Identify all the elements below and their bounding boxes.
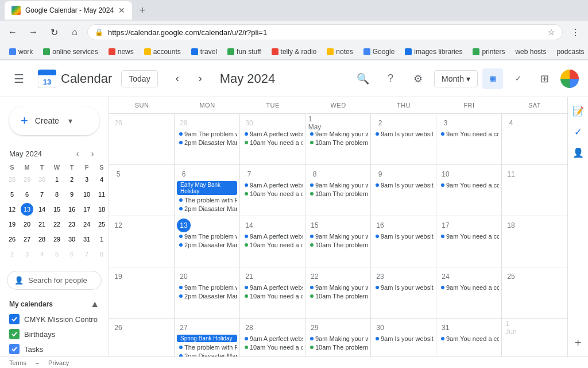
calendar-date[interactable]: 12 xyxy=(111,218,125,232)
mini-cal-day[interactable]: 5 xyxy=(5,187,20,202)
bookmark-podcasts[interactable]: podcasts xyxy=(552,47,588,57)
mini-cal-day[interactable]: 29 xyxy=(49,232,64,247)
calendar-date[interactable]: 10 xyxy=(439,167,452,181)
mini-cal-day[interactable]: 20 xyxy=(20,217,34,232)
calendar-date[interactable]: 1 Jun xyxy=(504,321,518,335)
user-avatar[interactable] xyxy=(560,70,579,88)
calendar-cell[interactable]: 319am You need a comm xyxy=(436,319,502,356)
mini-cal-day[interactable]: 29 xyxy=(20,172,34,187)
calendar-cell[interactable]: 139am The problem with P2pm Diasaster Ma… xyxy=(175,216,240,267)
calendar-cell[interactable]: 4 xyxy=(502,114,567,165)
calendar-date[interactable]: 13 xyxy=(177,218,191,232)
timed-event[interactable]: 9am A perfect website t xyxy=(242,232,303,240)
timed-event[interactable]: 10am You need a comm xyxy=(242,241,303,249)
timed-event[interactable]: 10am The problem with xyxy=(308,190,368,198)
calendar-cell[interactable]: 99am Is your website a f xyxy=(371,165,436,216)
calendar-date[interactable]: 28 xyxy=(111,116,125,130)
timed-event[interactable]: 10am You need a comm xyxy=(242,292,303,300)
calendar-date[interactable]: 9 xyxy=(373,167,387,181)
timed-event[interactable]: 10am The problem with xyxy=(308,139,368,147)
mini-cal-day[interactable]: 21 xyxy=(34,217,49,232)
calendar-cell[interactable]: 169am Is your website a f xyxy=(371,216,436,267)
calendar-cell[interactable]: 5 xyxy=(109,165,175,216)
list-view-btn[interactable]: ✓ xyxy=(508,68,528,89)
mini-cal-day[interactable]: 4 xyxy=(34,247,49,262)
calendar-date[interactable]: 26 xyxy=(111,321,125,335)
calendar-date[interactable]: 19 xyxy=(111,270,125,283)
calendar-cell[interactable]: 309am Is your website a f xyxy=(371,319,436,356)
mini-cal-day[interactable]: 23 xyxy=(64,217,79,232)
calendar-date[interactable]: 29 xyxy=(177,116,191,130)
search-people-btn[interactable]: 👤 Search for people xyxy=(7,271,102,290)
timed-event[interactable]: 10am You need a comm xyxy=(242,190,303,198)
calendar-cell[interactable]: 249am You need a comm xyxy=(436,267,502,319)
privacy-link[interactable]: Privacy xyxy=(48,359,69,366)
calendar-date[interactable]: 17 xyxy=(439,218,452,232)
mini-cal-day[interactable]: 3 xyxy=(79,172,94,187)
timed-event[interactable]: 10am The problem with xyxy=(308,292,368,300)
tab-close-btn[interactable]: ✕ xyxy=(118,6,125,15)
timed-event[interactable]: 9am The problem with P xyxy=(177,130,237,138)
grid-view-btn[interactable]: ▦ xyxy=(482,68,503,89)
mini-cal-day[interactable]: 31 xyxy=(79,232,94,247)
calendar-checkbox-tasks[interactable] xyxy=(9,344,20,354)
calendar-cell[interactable]: 219am A perfect website t10am You need a… xyxy=(240,267,305,319)
calendar-date[interactable]: 28 xyxy=(242,321,256,335)
mini-cal-day[interactable]: 4 xyxy=(94,172,109,187)
calendar-date[interactable]: 22 xyxy=(308,270,322,283)
my-calendars-header[interactable]: My calendars ▲ xyxy=(9,299,99,309)
timed-event[interactable]: 2pm Diasaster Manage xyxy=(177,205,237,213)
calendar-cell[interactable]: 27Spring Bank HolidayThe problem with P2… xyxy=(175,319,240,356)
calendar-cell[interactable]: 209am The problem with P2pm Diasaster Ma… xyxy=(175,267,240,319)
calendar-cell[interactable]: 149am A perfect website t10am You need a… xyxy=(240,216,305,267)
new-tab-button[interactable]: + xyxy=(134,2,150,18)
mini-cal-day[interactable]: 1 xyxy=(94,232,109,247)
calendar-date[interactable]: 5 xyxy=(111,167,125,181)
calendar-cell[interactable]: 6Early May Bank HolidayThe problem with … xyxy=(175,165,240,216)
terms-link[interactable]: Terms xyxy=(9,359,26,366)
calendar-cell[interactable]: 239am Is your website a f xyxy=(371,267,436,319)
mini-cal-day[interactable]: 7 xyxy=(34,187,49,202)
notes-side-btn[interactable]: 📝 xyxy=(569,102,587,120)
calendar-date[interactable]: 1 May xyxy=(308,116,322,130)
home-button[interactable]: ⌂ xyxy=(67,24,83,40)
mini-cal-day[interactable]: 18 xyxy=(94,202,109,217)
calendar-date[interactable]: 4 xyxy=(504,116,518,130)
bookmark-images[interactable]: images libraries xyxy=(400,47,467,57)
calendar-cell[interactable]: 179am You need a comm xyxy=(436,216,502,267)
timed-event[interactable]: 10am The problem with xyxy=(308,241,368,249)
timed-event[interactable]: 9am You need a comm xyxy=(439,181,499,189)
mini-cal-day[interactable]: 30 xyxy=(64,232,79,247)
mini-prev-btn[interactable]: ‹ xyxy=(71,147,84,160)
calendar-cell[interactable]: 26 xyxy=(109,319,175,356)
mini-cal-day[interactable]: 28 xyxy=(34,232,49,247)
calendar-date[interactable]: 30 xyxy=(373,321,387,335)
mini-cal-day[interactable]: 26 xyxy=(5,232,20,247)
bookmark-travel[interactable]: travel xyxy=(187,47,222,57)
calendar-item-tasks[interactable]: Tasks ⋮ xyxy=(0,342,109,356)
calendar-item-cmyk[interactable]: CMYK Mission Contro ⋮ xyxy=(0,312,109,327)
calendar-cell[interactable]: 289am A perfect website t10am You need a… xyxy=(240,319,305,356)
timed-event[interactable]: 9am The problem with P xyxy=(177,232,237,240)
calendar-item-birthdays[interactable]: Birthdays ⋮ xyxy=(0,327,109,342)
mini-cal-day[interactable]: 8 xyxy=(49,187,64,202)
all-day-event[interactable]: Spring Bank Holiday xyxy=(177,335,237,342)
timed-event[interactable]: 9am Making your websi xyxy=(308,232,368,240)
calendar-date[interactable]: 18 xyxy=(504,218,518,232)
timed-event[interactable]: 9am You need a comm xyxy=(439,283,499,292)
calendar-cell[interactable]: 299am The problem with P2pm Diasaster Ma… xyxy=(175,114,240,165)
help-button[interactable]: ? xyxy=(379,67,402,90)
bookmark-online[interactable]: online services xyxy=(38,47,102,57)
bookmark-accounts[interactable]: accounts xyxy=(140,47,185,57)
mini-cal-day[interactable]: 9 xyxy=(64,187,79,202)
calendar-checkbox-cmyk[interactable] xyxy=(9,314,20,324)
mini-cal-day[interactable]: 19 xyxy=(5,217,20,232)
back-button[interactable]: ← xyxy=(5,24,21,40)
timed-event[interactable]: 10am The problem with xyxy=(308,343,368,351)
timed-event[interactable]: 9am Is your website a f xyxy=(373,181,434,189)
calendar-cell[interactable]: 229am Making your websi10am The problem … xyxy=(305,267,371,319)
contacts-side-btn[interactable]: 👤 xyxy=(569,143,587,162)
calendar-cell[interactable]: 309am A perfect website t10am You need a… xyxy=(240,114,305,165)
calendar-cell[interactable]: 1 May9am Making your websi10am The probl… xyxy=(305,114,371,165)
mini-cal-day[interactable]: 16 xyxy=(64,202,79,217)
